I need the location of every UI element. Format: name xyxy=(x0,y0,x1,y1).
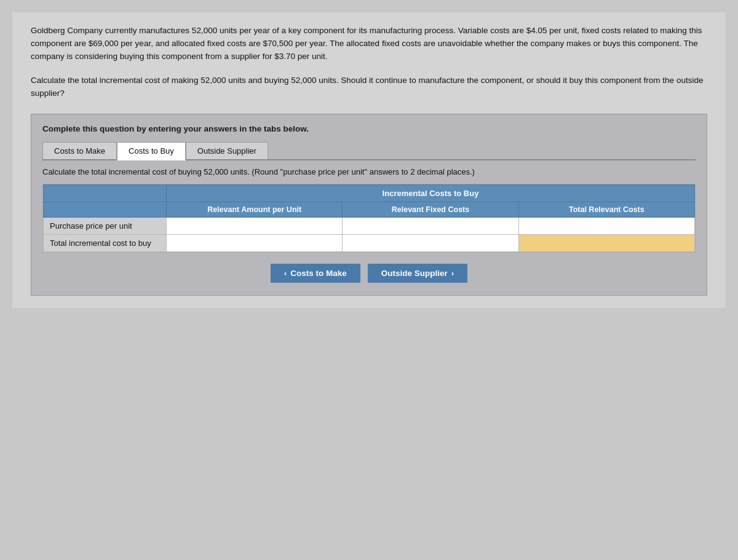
row1-col2-input[interactable] xyxy=(343,218,518,235)
tab-outside-supplier[interactable]: Outside Supplier xyxy=(186,142,268,159)
costs-table: Incremental Costs to Buy Relevant Amount… xyxy=(43,184,695,252)
main-box: Complete this question by entering your … xyxy=(31,114,707,296)
purchase-price-fixed-costs[interactable] xyxy=(349,221,512,231)
table-row: Purchase price per unit xyxy=(44,218,695,235)
chevron-left-icon xyxy=(284,269,287,278)
purchase-price-per-unit-amount[interactable] xyxy=(173,221,336,231)
instruction-text: Complete this question by entering your … xyxy=(42,124,696,133)
intro-paragraph2: Calculate the total incremental cost of … xyxy=(31,74,707,100)
header-main-label: Incremental Costs to Buy xyxy=(167,185,695,202)
sub-header-label-col xyxy=(44,202,167,218)
table-row: Total incremental cost to buy xyxy=(44,235,695,252)
row1-col1-input[interactable] xyxy=(167,218,343,235)
chevron-right-icon xyxy=(451,269,454,278)
purchase-price-total[interactable] xyxy=(525,221,688,231)
next-button-label: Outside Supplier xyxy=(381,269,448,278)
tabs-row: Costs to Make Costs to Buy Outside Suppl… xyxy=(42,142,696,160)
sub-header-col2: Relevant Fixed Costs xyxy=(343,202,518,218)
row2-col1-empty xyxy=(167,235,343,252)
prev-button[interactable]: Costs to Make xyxy=(271,264,360,283)
sub-header-col3: Total Relevant Costs xyxy=(518,202,694,218)
tab-instruction: Calculate the total incremental cost of … xyxy=(42,167,696,178)
tab-costs-to-buy[interactable]: Costs to Buy xyxy=(117,142,186,160)
next-button[interactable]: Outside Supplier xyxy=(368,264,468,283)
row1-label: Purchase price per unit xyxy=(44,218,167,235)
total-incremental-cost-buy[interactable] xyxy=(525,239,688,248)
intro-paragraph1: Goldberg Company currently manufactures … xyxy=(31,25,707,63)
tab-costs-to-make[interactable]: Costs to Make xyxy=(42,142,117,159)
page-wrapper: Goldberg Company currently manufactures … xyxy=(12,12,726,308)
bottom-nav: Costs to Make Outside Supplier xyxy=(42,264,696,283)
row2-label: Total incremental cost to buy xyxy=(44,235,167,252)
sub-header-col1: Relevant Amount per Unit xyxy=(167,202,343,218)
row2-total-cell[interactable] xyxy=(518,235,694,252)
incremental-table: Incremental Costs to Buy Relevant Amount… xyxy=(42,184,696,253)
row1-col3-input[interactable] xyxy=(518,218,694,235)
header-empty-col xyxy=(44,185,167,202)
prev-button-label: Costs to Make xyxy=(290,269,347,278)
row2-col2-empty xyxy=(343,235,518,252)
